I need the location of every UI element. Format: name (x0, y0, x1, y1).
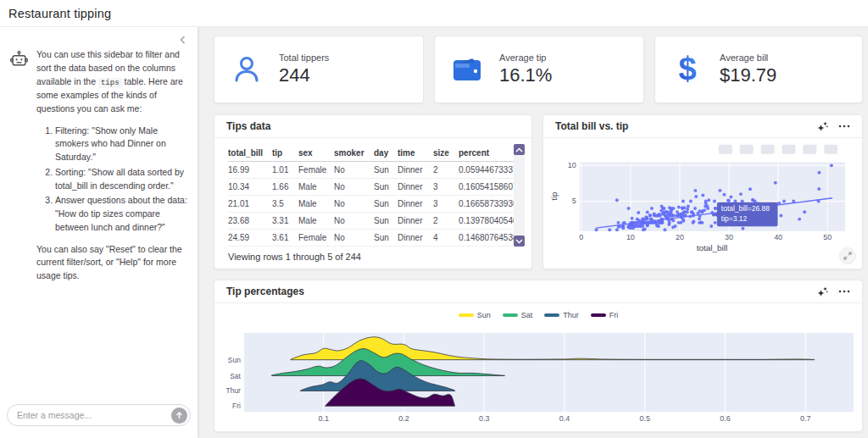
scatter-card-header: Total bill vs. tip (543, 115, 862, 138)
tips-data-header: Tips data (214, 115, 531, 138)
example-item-filtering: Filtering: "Show only Male smokers who h… (55, 125, 187, 164)
tips-table: total_billtipsexsmokerdaytimesizepercent… (228, 144, 525, 247)
table-header-row: total_billtipsexsmokerdaytimesizepercent (228, 144, 525, 162)
ridge-legend[interactable]: SunSatThurFri (214, 303, 862, 327)
svg-text:0.1: 0.1 (318, 414, 328, 423)
svg-text:Fri: Fri (232, 402, 241, 410)
svg-text:0.4: 0.4 (559, 414, 570, 423)
card-title: Tip percentages (226, 286, 304, 297)
stat-card-average-tip: Average tip 16.1% (434, 36, 644, 103)
person-icon (214, 54, 279, 85)
svg-text:0.3: 0.3 (479, 414, 489, 423)
table-scroll-area[interactable]: total_billtipsexsmokerdaytimesizepercent… (228, 144, 525, 247)
card-title: Tips data (226, 120, 270, 132)
svg-text:Thur: Thur (226, 386, 242, 395)
column-header: sex (298, 144, 334, 162)
table-row: 10.341.66MaleNoSunDinner30.1605415860735… (228, 179, 525, 196)
stat-value: 16.1% (499, 64, 552, 86)
app-header: Restaurant tipping (0, 0, 868, 27)
send-button[interactable] (171, 408, 187, 424)
stat-card-total-tippers: Total tippers 244 (214, 36, 424, 103)
page-title: Restaurant tipping (8, 7, 111, 20)
table-row: 23.683.31MaleNoSunDinner20.1397804054054… (228, 213, 525, 230)
stat-label: Average tip (499, 53, 552, 63)
card-title: Total bill vs. tip (555, 120, 628, 132)
svg-text:0: 0 (579, 233, 583, 241)
sidebar-collapse-button[interactable] (175, 33, 191, 48)
code-tips: tips (98, 78, 122, 88)
svg-text:tip: tip (549, 191, 559, 201)
column-header: size (433, 144, 459, 162)
scatter-plot[interactable]: 01020304050510total_bill=26.88tip=3.12to… (543, 138, 862, 269)
chevron-left-icon (177, 34, 189, 46)
table-scrollbar[interactable] (514, 144, 525, 247)
more-menu-button[interactable] (838, 125, 850, 128)
legend-item-sat[interactable]: Sat (503, 311, 533, 319)
column-header: tip (272, 144, 298, 162)
legend-item-fri[interactable]: Fri (591, 311, 619, 319)
tip-percentages-card: Tip percentages SunSatThurFri 0.10.20.30… (214, 280, 863, 432)
ridgeline-plot[interactable]: 0.10.20.30.40.50.60.7SunSatThurFri (214, 327, 862, 431)
app-window: Restaurant tipping You can use this side… (0, 0, 868, 438)
sparkle-icon (817, 286, 828, 297)
legend-item-thur[interactable]: Thur (544, 311, 579, 319)
column-header: smoker (334, 144, 374, 162)
robot-icon (10, 48, 29, 291)
svg-text:total_bill=26.88: total_bill=26.88 (721, 205, 770, 213)
stat-label: Total tippers (279, 53, 329, 63)
table-status: Viewing rows 1 through 5 of 244 (228, 252, 518, 262)
ai-sparkle-button[interactable] (817, 121, 828, 132)
arrow-up-icon (175, 411, 184, 420)
wallet-icon (435, 57, 499, 82)
stat-value: 244 (279, 64, 329, 86)
svg-text:$: $ (678, 52, 696, 86)
svg-text:Sun: Sun (228, 356, 241, 364)
svg-text:20: 20 (676, 233, 684, 241)
expand-icon (843, 252, 852, 260)
legend-label: Sat (521, 311, 533, 319)
legend-label: Fri (609, 311, 619, 319)
svg-text:0.7: 0.7 (800, 414, 810, 423)
legend-swatch (544, 313, 559, 317)
column-header: total_bill (228, 144, 272, 162)
svg-text:5: 5 (572, 197, 576, 206)
assistant-message: You can use this sidebar to filter and s… (0, 26, 198, 291)
stat-label: Average bill (720, 53, 776, 63)
table-row: 16.991.01FemaleNoSunDinner20.05944673337… (228, 162, 525, 179)
svg-text:0.5: 0.5 (639, 414, 649, 423)
svg-text:30: 30 (725, 233, 733, 241)
column-header: day (374, 144, 398, 162)
outro-text: You can also say "Reset" to clear the cu… (36, 243, 187, 283)
more-menu-button[interactable] (838, 290, 850, 293)
svg-text:0.2: 0.2 (398, 414, 409, 423)
scroll-up-button[interactable] (514, 144, 525, 155)
svg-text:0.6: 0.6 (720, 414, 730, 423)
tips-data-card: Tips data total_billtipsexsmokerdaytimes… (214, 114, 532, 269)
chat-sidebar: You can use this sidebar to filter and s… (0, 26, 198, 438)
svg-text:10: 10 (568, 161, 576, 169)
message-input[interactable] (7, 404, 191, 426)
assistant-message-text: You can use this sidebar to filter and s… (36, 48, 187, 291)
ellipsis-icon (838, 125, 850, 128)
svg-text:Sat: Sat (230, 372, 241, 380)
legend-label: Thur (563, 311, 579, 319)
table-row: 21.013.5MaleNoSunDinner30.16658733936220… (228, 196, 525, 213)
ridge-card-header: Tip percentages (214, 280, 862, 303)
legend-swatch (591, 313, 606, 317)
example-item-questions: Answer questions about the data: "How do… (55, 194, 187, 234)
legend-label: Sun (477, 311, 491, 319)
stat-value: $19.79 (720, 64, 776, 86)
chevron-up-icon (515, 147, 523, 152)
dollar-icon: $ (655, 52, 720, 87)
sparkle-icon (817, 121, 828, 132)
table-row: 24.593.61FemaleNoSunDinner40.14680764538… (228, 230, 525, 247)
stat-card-average-bill: $ Average bill $19.79 (654, 36, 863, 103)
expand-button[interactable] (839, 247, 856, 264)
chevron-down-icon (515, 239, 523, 244)
svg-text:total_bill: total_bill (697, 243, 727, 252)
legend-swatch (459, 313, 474, 317)
legend-item-sun[interactable]: Sun (459, 311, 491, 319)
ellipsis-icon (838, 290, 850, 293)
ai-sparkle-button[interactable] (817, 286, 828, 297)
scroll-down-button[interactable] (514, 236, 525, 247)
